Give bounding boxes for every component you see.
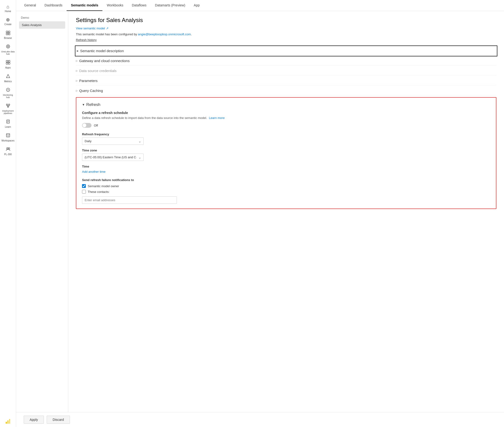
sidebar-item-pl300[interactable]: PL-300 [0, 144, 16, 158]
frequency-select[interactable]: Daily Weekly [82, 137, 144, 145]
notif-label: Send refresh failure notifications to [82, 178, 490, 182]
owner-checkbox-label[interactable]: Semantic model owner [88, 184, 119, 188]
contacts-checkbox-row: These contacts: [82, 190, 490, 194]
configure-desc: Define a data refresh schedule to import… [82, 116, 490, 120]
tab-datamarts[interactable]: Datamarts (Preview) [151, 0, 190, 11]
frequency-select-wrapper: Daily Weekly [82, 137, 144, 145]
sidebar-item-pl300-label: PL-300 [4, 153, 12, 156]
tab-dashboards[interactable]: Dashboards [40, 0, 67, 11]
contacts-checkbox-label[interactable]: These contacts: [88, 190, 109, 194]
content-area: Demo Sales Analysis Settings for Sales A… [16, 11, 504, 412]
svg-rect-8 [6, 62, 8, 64]
section-datasource: ▷ Data source credentials [76, 66, 496, 75]
contacts-checkbox[interactable] [82, 190, 86, 194]
sidebar-item-onelake[interactable]: OneLake data hub [0, 42, 16, 58]
configured-by-text: This semantic model has been configured … [76, 32, 496, 36]
refresh-toggle[interactable] [82, 123, 92, 128]
sidebar-item-metrics[interactable]: Metrics [0, 71, 16, 85]
frequency-field: Refresh frequency Daily Weekly [82, 132, 490, 145]
svg-rect-7 [8, 61, 10, 62]
top-tabs: General Dashboards Semantic models Workb… [16, 0, 504, 11]
sidebar-item-workspaces-label: Workspaces [1, 139, 15, 142]
toggle-slider [82, 123, 92, 128]
sidebar-item-browse[interactable]: Browse [0, 28, 16, 42]
view-semantic-model-link[interactable]: View semantic model ↗ [76, 27, 109, 30]
configured-by-email[interactable]: angie@beepboopbop.onmicrosoft.com [138, 32, 191, 36]
apps-icon [6, 60, 10, 65]
onelake-icon [6, 44, 10, 50]
sidebar-item-home[interactable]: ⌂ Home [0, 2, 16, 15]
sidebar-item-browse-label: Browse [4, 37, 12, 39]
svg-rect-0 [6, 31, 8, 33]
svg-point-12 [8, 89, 8, 90]
learn-icon [6, 119, 10, 125]
svg-point-5 [7, 46, 9, 47]
svg-point-4 [6, 45, 10, 48]
sidebar-item-deployment[interactable]: Deployment pipelines [0, 101, 16, 117]
sidebar-item-apps-label: Apps [5, 66, 11, 69]
refresh-title: ▼ Refresh [82, 102, 490, 107]
email-input[interactable] [82, 197, 177, 204]
left-panel-item-sales-analysis[interactable]: Sales Analysis [19, 21, 65, 29]
svg-rect-3 [8, 33, 10, 35]
sidebar-item-create-label: Create [4, 23, 11, 26]
section-description-header[interactable]: ▶ Semantic model description [76, 46, 496, 55]
chevron-right-icon: ▷ [76, 60, 78, 62]
sidebar-item-create[interactable]: ⊕ Create [0, 15, 16, 28]
svg-rect-30 [7, 420, 8, 424]
sidebar-item-apps[interactable]: Apps [0, 58, 16, 71]
svg-rect-9 [8, 62, 10, 64]
svg-rect-14 [8, 104, 10, 105]
toggle-row: Off [82, 123, 490, 128]
add-time-link[interactable]: Add another time [82, 170, 106, 174]
tab-general[interactable]: General [20, 0, 40, 11]
external-link-icon: ↗ [106, 27, 109, 30]
timezone-field: Time zone (UTC-05:00) Eastern Time (US a… [82, 149, 490, 161]
tab-semantic-models[interactable]: Semantic models [67, 0, 102, 11]
section-caching-header[interactable]: ▷ Query Caching [76, 86, 496, 95]
sidebar-item-onelake-label: OneLake data hub [1, 51, 15, 55]
refresh-history-link[interactable]: Refresh history [76, 38, 96, 42]
svg-marker-10 [6, 74, 10, 78]
sidebar-item-monitoring[interactable]: Monitoring hub [0, 85, 16, 101]
configure-label: Configure a refresh schedule [82, 111, 490, 115]
apply-button[interactable]: Apply [24, 416, 44, 424]
owner-checkbox[interactable] [82, 184, 86, 188]
sidebar-item-home-label: Home [5, 10, 11, 13]
sidebar-item-monitoring-label: Monitoring hub [1, 94, 15, 99]
timezone-select[interactable]: (UTC-05:00) Eastern Time (US and Ca [82, 153, 144, 161]
owner-checkbox-row: Semantic model owner [82, 184, 490, 188]
frequency-label: Refresh frequency [82, 132, 490, 136]
discard-button[interactable]: Discard [47, 416, 70, 424]
chevron-down-icon: ▼ [82, 103, 85, 107]
left-panel: Demo Sales Analysis [16, 11, 68, 412]
tab-workbooks[interactable]: Workbooks [102, 0, 128, 11]
bottom-bar: Apply Discard [16, 412, 504, 427]
timezone-select-wrapper: (UTC-05:00) Eastern Time (US and Ca [82, 153, 144, 161]
sidebar-item-deployment-label: Deployment pipelines [1, 110, 15, 114]
chevron-right-icon: ▶ [77, 50, 79, 52]
sidebar-item-workspaces[interactable]: Workspaces [0, 130, 16, 144]
monitoring-icon [6, 87, 10, 93]
learn-more-link[interactable]: Learn more [209, 116, 225, 120]
svg-rect-15 [7, 106, 8, 107]
home-icon: ⌂ [6, 4, 9, 9]
metrics-icon [6, 74, 10, 79]
chevron-right-icon: ▷ [76, 79, 78, 82]
workspaces-icon [6, 133, 10, 138]
svg-rect-31 [9, 419, 10, 424]
sidebar-item-learn[interactable]: Learn [0, 117, 16, 130]
time-label: Time [82, 165, 490, 168]
section-description: ▶ Semantic model description [76, 46, 496, 55]
right-panel: Settings for Sales Analysis View semanti… [68, 11, 504, 412]
svg-rect-2 [6, 33, 8, 35]
tab-dataflows[interactable]: Dataflows [128, 0, 151, 11]
powerbi-logo [5, 415, 11, 427]
svg-rect-13 [6, 104, 8, 105]
section-gateway-header[interactable]: ▷ Gateway and cloud connections [76, 56, 496, 65]
svg-rect-29 [6, 422, 7, 424]
section-datasource-header[interactable]: ▷ Data source credentials [76, 66, 496, 75]
section-parameters-header[interactable]: ▷ Parameters [76, 76, 496, 85]
chevron-right-icon: ▷ [76, 69, 78, 72]
tab-app[interactable]: App [189, 0, 204, 11]
